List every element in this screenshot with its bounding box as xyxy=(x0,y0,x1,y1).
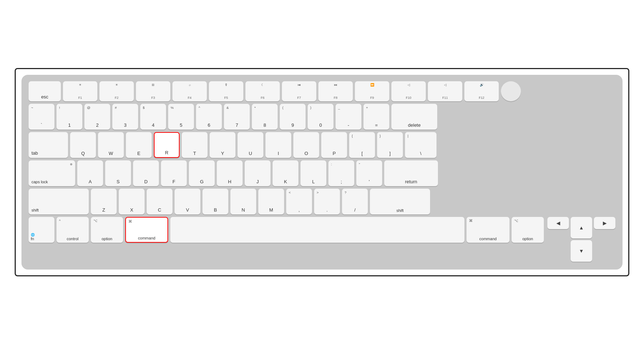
key-7[interactable]: & 7 xyxy=(224,104,250,130)
key-f10[interactable]: ◁ F10 xyxy=(391,81,426,101)
arrow-up-down: ▲ ▼ xyxy=(571,217,592,262)
key-o[interactable]: O xyxy=(293,132,319,158)
key-delete[interactable]: delete xyxy=(391,104,437,130)
key-f7[interactable]: ⏮ F7 xyxy=(282,81,316,101)
key-2[interactable]: @ 2 xyxy=(84,104,110,130)
key-esc[interactable]: esc xyxy=(29,81,61,101)
key-n[interactable]: N xyxy=(230,189,256,214)
key-option-right[interactable]: ⌥ option xyxy=(512,217,544,243)
function-row: esc ☀ F1 ☀ F2 ⊞ F3 ⌕ F4 🎙 F5 xyxy=(29,81,615,101)
bottom-row: 🌐 fn ^ control ⌥ option ⌘ command ⌘ comm… xyxy=(29,217,615,262)
key-space[interactable] xyxy=(170,217,464,243)
key-v[interactable]: V xyxy=(175,189,200,214)
key-close-bracket[interactable]: } ] xyxy=(377,132,403,158)
key-minus[interactable]: _ - xyxy=(336,104,361,130)
key-4[interactable]: $ 4 xyxy=(140,104,166,130)
caps-lock-indicator xyxy=(70,163,72,165)
key-6[interactable]: ^ 6 xyxy=(196,104,222,130)
arrow-cluster: ◀ ▲ ▼ ▶ xyxy=(547,217,615,262)
key-control[interactable]: ^ control xyxy=(57,217,89,243)
key-l[interactable]: L xyxy=(301,160,326,186)
key-tab[interactable]: tab xyxy=(29,132,68,158)
key-9[interactable]: ( 9 xyxy=(280,104,306,130)
key-f11[interactable]: ◁ F11 xyxy=(428,81,462,101)
key-shift-left[interactable]: shift xyxy=(29,189,89,214)
key-g[interactable]: G xyxy=(189,160,215,186)
key-y[interactable]: Y xyxy=(210,132,235,158)
key-semicolon[interactable]: : ; xyxy=(328,160,354,186)
key-z[interactable]: Z xyxy=(91,189,117,214)
key-t[interactable]: T xyxy=(182,132,208,158)
key-j[interactable]: J xyxy=(245,160,270,186)
outer-border: esc ☀ F1 ☀ F2 ⊞ F3 ⌕ F4 🎙 F5 xyxy=(15,68,629,276)
key-d[interactable]: D xyxy=(133,160,159,186)
number-row: ~ ` ! 1 @ 2 # 3 $ 4 % 5 xyxy=(29,104,615,130)
key-1[interactable]: ! 1 xyxy=(57,104,82,130)
arrow-top-row: ◀ ▲ ▼ ▶ xyxy=(547,217,615,262)
key-arrow-right[interactable]: ▶ xyxy=(594,217,615,229)
key-f1[interactable]: ☀ F1 xyxy=(63,81,97,101)
key-f4[interactable]: ⌕ F4 xyxy=(172,81,207,101)
key-f6[interactable]: ☾ F6 xyxy=(245,81,280,101)
key-arrow-down[interactable]: ▼ xyxy=(571,240,592,262)
key-equals[interactable]: + = xyxy=(364,104,389,130)
key-w[interactable]: W xyxy=(98,132,124,158)
key-5[interactable]: % 5 xyxy=(168,104,194,130)
zxcv-row: shift Z X C V B N M < xyxy=(29,189,615,214)
key-slash[interactable]: ? / xyxy=(342,189,368,214)
key-f12[interactable]: 🔊 F12 xyxy=(464,81,499,101)
keyboard: esc ☀ F1 ☀ F2 ⊞ F3 ⌕ F4 🎙 F5 xyxy=(21,75,623,270)
key-s[interactable]: S xyxy=(105,160,131,186)
key-f9[interactable]: ⏩ F9 xyxy=(355,81,389,101)
key-a[interactable]: A xyxy=(77,160,103,186)
key-x[interactable]: X xyxy=(119,189,145,214)
key-arrow-left[interactable]: ◀ xyxy=(547,217,569,229)
key-f5[interactable]: 🎙 F5 xyxy=(209,81,243,101)
key-u[interactable]: U xyxy=(238,132,263,158)
key-r[interactable]: R xyxy=(154,132,180,158)
key-q[interactable]: Q xyxy=(70,132,96,158)
asdf-row: caps lock A S D F G H J xyxy=(29,160,615,186)
key-arrow-up[interactable]: ▲ xyxy=(571,217,592,238)
key-command-right[interactable]: ⌘ command xyxy=(467,217,509,243)
key-f[interactable]: F xyxy=(161,160,187,186)
key-h[interactable]: H xyxy=(217,160,243,186)
key-f2[interactable]: ☀ F2 xyxy=(99,81,134,101)
key-3[interactable]: # 3 xyxy=(112,104,138,130)
key-backtick[interactable]: ~ ` xyxy=(29,104,54,130)
key-p[interactable]: P xyxy=(321,132,347,158)
key-command-left[interactable]: ⌘ command xyxy=(125,217,168,243)
key-period[interactable]: > . xyxy=(314,189,340,214)
key-e[interactable]: E xyxy=(126,132,152,158)
key-open-bracket[interactable]: { [ xyxy=(349,132,375,158)
key-shift-right[interactable]: shift xyxy=(370,189,430,214)
key-caps-lock[interactable]: caps lock xyxy=(29,160,75,186)
key-pipe[interactable]: | \ xyxy=(405,132,436,158)
key-fn[interactable]: 🌐 fn xyxy=(29,217,54,243)
key-comma[interactable]: < , xyxy=(286,189,312,214)
key-8[interactable]: * 8 xyxy=(252,104,278,130)
key-return[interactable]: return xyxy=(384,160,438,186)
key-f8[interactable]: ⏭ F8 xyxy=(318,81,353,101)
key-quote[interactable]: " ' xyxy=(356,160,382,186)
key-0[interactable]: ) 0 xyxy=(308,104,333,130)
key-k[interactable]: K xyxy=(273,160,298,186)
key-c[interactable]: C xyxy=(147,189,172,214)
key-b[interactable]: B xyxy=(203,189,228,214)
key-option-left[interactable]: ⌥ option xyxy=(91,217,123,243)
key-i[interactable]: I xyxy=(265,132,291,158)
key-m[interactable]: M xyxy=(258,189,284,214)
key-f3[interactable]: ⊞ F3 xyxy=(136,81,170,101)
qwerty-row: tab Q W E R T Y U I xyxy=(29,132,615,158)
key-touch-id[interactable] xyxy=(501,81,521,101)
